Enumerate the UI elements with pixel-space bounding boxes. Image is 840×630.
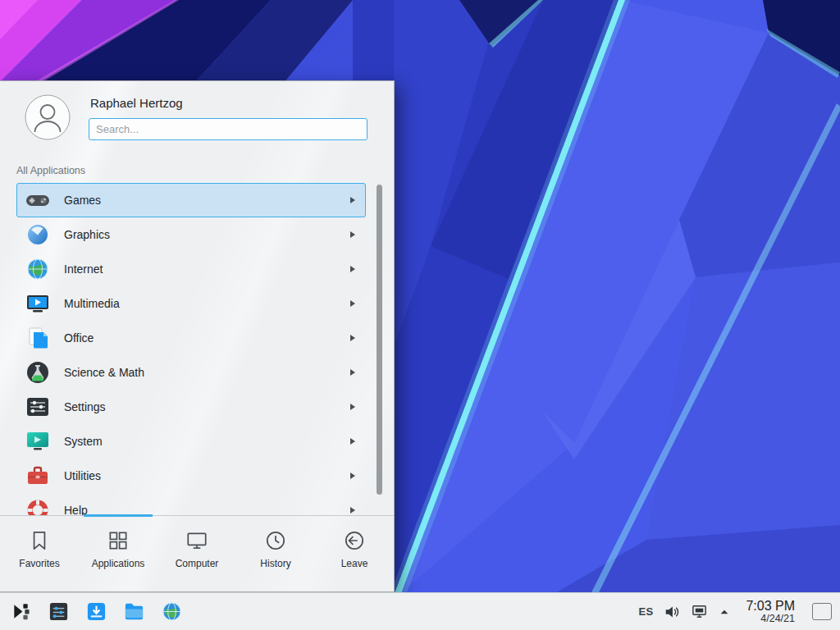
user-name: Raphael Hertzog (90, 96, 368, 110)
category-item-internet[interactable]: Internet (16, 252, 366, 286)
scrollbar-thumb[interactable] (377, 185, 382, 495)
launcher-tab-bar: FavoritesApplicationsComputerHistoryLeav… (0, 515, 394, 591)
category-item-science-math[interactable]: Science & Math (16, 355, 366, 390)
science-icon (25, 359, 51, 386)
app-launcher-icon[interactable] (10, 600, 32, 623)
volume-icon[interactable] (664, 604, 680, 620)
category-item-graphics[interactable]: Graphics (16, 217, 366, 252)
system-tray: ES 7:03 PM 4/24/21 (638, 599, 840, 625)
tab-label: Computer (176, 558, 219, 569)
applications-icon (106, 528, 130, 553)
leave-icon (342, 528, 367, 553)
tab-applications[interactable]: Applications (79, 516, 158, 591)
taskbar-panel: ES 7:03 PM 4/24/21 (0, 592, 840, 630)
internet-icon (25, 256, 51, 282)
games-icon (25, 187, 51, 213)
tab-label: History (260, 558, 290, 569)
category-label: Settings (64, 400, 106, 413)
submenu-arrow-icon (350, 300, 355, 307)
office-icon (25, 325, 51, 351)
submenu-arrow-icon (350, 266, 355, 272)
submenu-arrow-icon (350, 335, 355, 341)
category-label: Utilities (64, 469, 101, 482)
submenu-arrow-icon (350, 507, 355, 514)
tab-leave[interactable]: Leave (315, 516, 394, 591)
desktop: Raphael Hertzog All Applications GamesGr… (0, 0, 840, 630)
settings-icon (25, 394, 51, 420)
category-label: Help (64, 504, 88, 515)
clock[interactable]: 7:03 PM 4/24/21 (746, 599, 795, 625)
category-item-games[interactable]: Games (16, 183, 366, 217)
system-settings-icon[interactable] (48, 600, 70, 623)
category-item-help[interactable]: Help (16, 493, 366, 515)
file-manager-icon[interactable] (123, 600, 145, 623)
submenu-arrow-icon (350, 197, 355, 203)
web-browser-icon[interactable] (161, 600, 183, 623)
category-label: Science & Math (64, 366, 144, 379)
launcher-header: Raphael Hertzog (0, 81, 394, 153)
software-center-icon[interactable] (85, 600, 107, 623)
tray-icons (664, 603, 730, 620)
submenu-arrow-icon (350, 369, 355, 376)
clock-date: 4/24/21 (746, 613, 795, 624)
category-item-utilities[interactable]: Utilities (16, 459, 366, 493)
category-label: Internet (64, 262, 103, 276)
category-item-settings[interactable]: Settings (16, 390, 366, 424)
help-icon (25, 497, 51, 515)
category-item-office[interactable]: Office (16, 321, 366, 355)
category-label: System (64, 435, 103, 448)
graphics-icon (25, 221, 51, 248)
network-icon[interactable] (691, 603, 708, 620)
category-item-system[interactable]: System (16, 424, 366, 459)
tab-computer[interactable]: Computer (158, 516, 236, 591)
category-label: Games (64, 194, 101, 207)
category-label: Multimedia (64, 297, 120, 310)
history-icon (263, 528, 288, 553)
submenu-arrow-icon (350, 472, 355, 479)
search-input[interactable] (89, 118, 368, 140)
tab-favorites[interactable]: Favorites (0, 516, 79, 591)
utilities-icon (25, 463, 51, 489)
favorites-icon (27, 528, 52, 553)
system-icon (25, 428, 51, 454)
submenu-arrow-icon (350, 404, 355, 410)
category-item-multimedia[interactable]: Multimedia (16, 286, 366, 321)
section-label: All Applications (0, 153, 394, 183)
tab-history[interactable]: History (236, 516, 315, 591)
category-label: Graphics (64, 228, 110, 241)
multimedia-icon (25, 290, 51, 317)
category-label: Office (64, 331, 94, 345)
expand-tray-icon[interactable] (719, 606, 730, 618)
clock-time: 7:03 PM (746, 599, 795, 614)
application-launcher-menu: Raphael Hertzog All Applications GamesGr… (0, 80, 395, 592)
submenu-arrow-icon (350, 231, 355, 238)
tab-label: Favorites (19, 558, 59, 569)
category-list: GamesGraphicsInternetMultimediaOfficeSci… (0, 183, 394, 515)
tab-label: Applications (92, 558, 145, 569)
taskbar-app-icons (0, 600, 183, 623)
submenu-arrow-icon (350, 438, 355, 445)
computer-icon (185, 528, 209, 553)
show-desktop-button[interactable] (812, 603, 832, 620)
keyboard-layout-indicator[interactable]: ES (638, 605, 653, 618)
user-avatar-icon (25, 94, 71, 140)
tab-label: Leave (341, 558, 368, 569)
